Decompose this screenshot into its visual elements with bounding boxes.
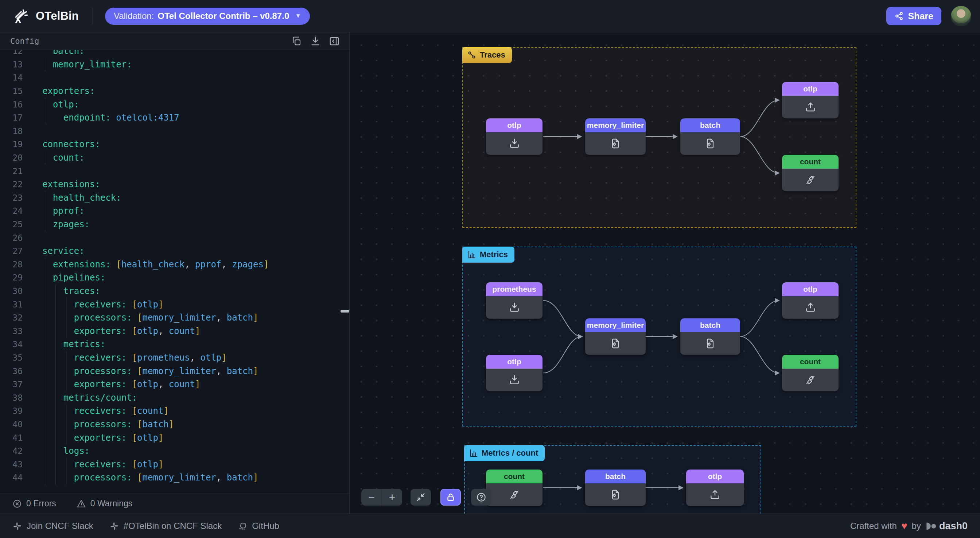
line-number: 25: [0, 220, 22, 229]
processor-icon: [705, 338, 716, 349]
validation-dropdown[interactable]: Validation: OTel Collector Contrib – v0.…: [105, 8, 310, 25]
pipeline-canvas[interactable]: Traces Metrics Metrics / count: [350, 32, 980, 514]
node-traces-batch[interactable]: batch: [680, 118, 740, 155]
node-traces-otlp-receiver[interactable]: otlp: [486, 118, 542, 155]
line-number: 40: [0, 420, 22, 429]
code-line: 18: [0, 125, 349, 138]
node-metrics-count-connector[interactable]: count: [782, 355, 838, 391]
processor-icon: [609, 338, 621, 349]
github-link[interactable]: GitHub: [238, 521, 279, 531]
help-icon: [476, 492, 487, 503]
share-button[interactable]: Share: [886, 7, 941, 25]
line-number: 17: [0, 113, 22, 122]
code-line: 17 endpoint: otelcol:4317: [0, 111, 349, 125]
code-line: 40 processors: [batch]: [0, 418, 349, 431]
node-body: [686, 483, 744, 506]
code-lines: 12 batch:13 memory_limiter:1415exporters…: [0, 50, 349, 484]
exporter-icon: [805, 101, 816, 113]
collapse-panel-icon[interactable]: [329, 36, 340, 47]
traces-badge-label: Traces: [480, 50, 505, 60]
line-number: 16: [0, 100, 22, 109]
node-label: otlp: [782, 82, 838, 96]
code-line: 43 receivers: [otlp]: [0, 457, 349, 471]
line-number: 21: [0, 167, 22, 176]
node-count-connector-receiver[interactable]: count: [486, 470, 542, 506]
receiver-icon: [509, 138, 520, 149]
warnings-status: 0 Warnings: [76, 499, 132, 508]
code-line: 33 exporters: [otlp, count]: [0, 324, 349, 338]
node-label: count: [782, 155, 838, 169]
indent-guide: [45, 98, 45, 124]
node-metrics-batch[interactable]: batch: [680, 318, 740, 355]
node-body: [680, 332, 740, 355]
line-number: 27: [0, 246, 22, 256]
code-line: 12 batch:: [0, 50, 349, 58]
validation-label: Validation:: [114, 11, 154, 21]
code-line: 39 receivers: [count]: [0, 404, 349, 418]
exporter-icon: [709, 489, 721, 500]
node-traces-otlp-exporter[interactable]: otlp: [782, 82, 838, 118]
github-icon: [238, 521, 248, 531]
line-number: 13: [0, 60, 22, 69]
code-line: 32 processors: [memory_limiter, batch]: [0, 311, 349, 325]
line-number: 22: [0, 179, 22, 189]
code-line: 36 processors: [memory_limiter, batch]: [0, 364, 349, 378]
user-avatar[interactable]: [951, 6, 971, 26]
node-body: [680, 132, 740, 155]
link-label: #OTelBin on CNCF Slack: [124, 521, 222, 531]
zoom-in-button[interactable]: +: [382, 489, 402, 506]
node-body: [782, 169, 838, 191]
code-line: 22extensions:: [0, 178, 349, 191]
traces-badge: Traces: [462, 47, 512, 63]
fit-view-button[interactable]: [410, 489, 431, 506]
header-divider: [92, 8, 93, 24]
help-button[interactable]: [471, 489, 492, 506]
code-line: 20 count:: [0, 151, 349, 165]
metrics-badge-label: Metrics: [480, 250, 508, 259]
code-line: 44 processors: [memory_limiter, batch]: [0, 471, 349, 484]
node-metrics-otlp-exporter[interactable]: otlp: [782, 282, 838, 319]
node-metrics-memory-limiter[interactable]: memory_limiter: [585, 318, 646, 355]
node-metrics-prometheus-receiver[interactable]: prometheus: [486, 282, 542, 319]
panel-resize-handle[interactable]: [340, 310, 349, 313]
node-count-otlp-exporter[interactable]: otlp: [686, 470, 744, 506]
share-icon: [894, 11, 904, 21]
line-number: 39: [0, 406, 22, 416]
app-header: OTelBin Validation: OTel Collector Contr…: [0, 0, 980, 32]
app-footer: Join CNCF Slack #OTelBin on CNCF Slack G…: [0, 514, 980, 538]
code-line: 26: [0, 231, 349, 244]
processor-icon: [609, 138, 621, 149]
node-metrics-otlp-receiver[interactable]: otlp: [486, 355, 542, 391]
node-body: [782, 369, 838, 391]
code-line: 42 logs:: [0, 444, 349, 458]
lock-button[interactable]: [441, 489, 461, 506]
connector-icon: [509, 489, 520, 500]
node-count-batch[interactable]: batch: [585, 470, 646, 506]
metrics-badge: Metrics: [462, 247, 514, 263]
line-number: 12: [0, 50, 22, 56]
app-logo[interactable]: OTelBin: [13, 8, 79, 24]
node-body: [782, 96, 838, 118]
node-label: otlp: [686, 470, 744, 483]
yaml-editor[interactable]: 12 batch:13 memory_limiter:1415exporters…: [0, 50, 349, 524]
indent-guide: [45, 151, 45, 165]
line-number: 41: [0, 433, 22, 443]
node-body: [486, 132, 542, 155]
code-line: 16 otlp:: [0, 98, 349, 111]
chevron-down-icon: ▼: [295, 13, 301, 20]
code-line: 19connectors:: [0, 138, 349, 151]
bar-chart-icon: [469, 449, 478, 457]
copy-config-icon[interactable]: [291, 36, 302, 47]
node-body: [486, 483, 542, 506]
dash0-brand[interactable]: dash0: [925, 521, 967, 532]
join-cncf-slack-link[interactable]: Join CNCF Slack: [13, 521, 93, 531]
share-label: Share: [908, 11, 933, 22]
line-number: 15: [0, 86, 22, 96]
node-traces-count-connector[interactable]: count: [782, 155, 838, 191]
zoom-out-button[interactable]: −: [361, 489, 382, 506]
node-traces-memory-limiter[interactable]: memory_limiter: [585, 118, 646, 155]
download-config-icon[interactable]: [310, 36, 321, 47]
indent-guide: [45, 58, 45, 71]
otelbin-cncf-slack-link[interactable]: #OTelBin on CNCF Slack: [110, 521, 222, 531]
connector-icon: [805, 374, 816, 386]
